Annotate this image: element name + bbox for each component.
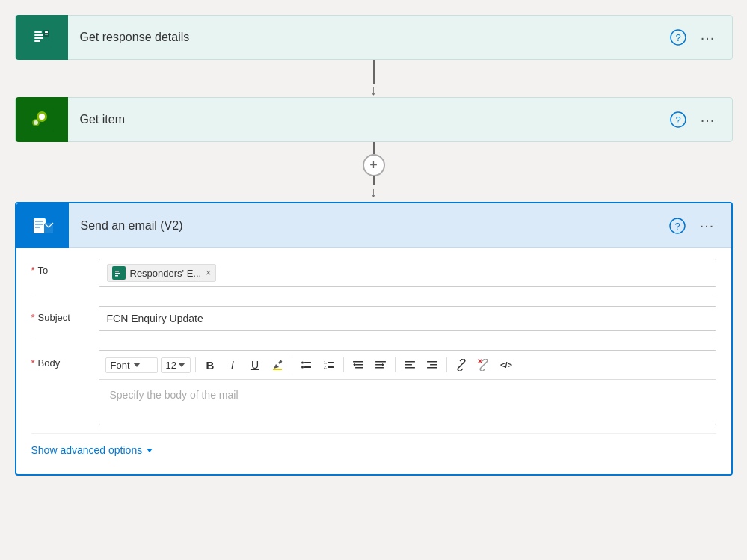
to-tag: Responders' E... ×	[107, 264, 217, 282]
connector-arrow-1: ↓	[370, 84, 377, 97]
bold-button[interactable]: B	[200, 355, 220, 375]
get-response-card: Get response details ? ···	[15, 15, 733, 60]
toolbar-separator-4	[395, 357, 396, 372]
svg-rect-39	[353, 361, 363, 363]
svg-rect-34	[304, 366, 311, 368]
svg-line-53	[459, 363, 463, 367]
svg-text:?: ?	[675, 32, 680, 43]
highlight-button[interactable]	[268, 355, 287, 375]
get-item-title: Get item	[68, 113, 668, 126]
svg-rect-36	[328, 362, 334, 363]
svg-rect-49	[405, 367, 415, 369]
show-advanced-options[interactable]: Show advanced options	[31, 434, 716, 459]
svg-rect-38	[328, 366, 334, 368]
sharepoint-icon	[16, 97, 68, 142]
forms-icon	[16, 15, 68, 60]
send-email-card: Send an email (V2) ? ··· *To	[15, 202, 733, 476]
indent-increase-button[interactable]	[371, 355, 390, 375]
svg-point-31	[301, 362, 304, 364]
to-input[interactable]: Responders' E... ×	[99, 259, 716, 287]
get-response-actions: ? ···	[668, 27, 732, 48]
align-right-button[interactable]	[422, 355, 442, 375]
send-email-actions: ? ···	[667, 215, 731, 236]
svg-rect-21	[35, 227, 40, 228]
svg-text:?: ?	[675, 114, 680, 126]
svg-point-33	[301, 366, 304, 369]
insert-link-button[interactable]	[452, 355, 471, 375]
font-chevron-icon	[133, 363, 141, 367]
body-label: *Body	[31, 350, 99, 369]
get-response-help-button[interactable]: ?	[668, 27, 689, 48]
to-label: *To	[31, 259, 99, 276]
toolbar-separator-2	[292, 357, 292, 372]
svg-rect-47	[405, 361, 415, 363]
svg-rect-3	[34, 37, 43, 39]
svg-rect-2	[34, 34, 45, 36]
get-item-more-button[interactable]: ···	[698, 109, 719, 130]
indent-decrease-button[interactable]	[348, 355, 368, 375]
subject-required: *	[31, 312, 35, 323]
svg-rect-50	[427, 361, 437, 363]
svg-rect-48	[405, 364, 412, 366]
body-required: *	[31, 357, 35, 369]
svg-line-54	[482, 363, 485, 367]
svg-rect-32	[304, 362, 311, 363]
plus-line-top	[373, 142, 375, 154]
svg-text:?: ?	[674, 221, 680, 232]
svg-rect-7	[45, 34, 48, 35]
numbered-button[interactable]: 1. 2.	[319, 355, 339, 375]
underline-button[interactable]: U	[245, 355, 265, 375]
font-size-selector[interactable]: 12	[161, 357, 191, 373]
code-button[interactable]: </>	[497, 355, 516, 375]
body-row: *Body Font 12	[31, 339, 716, 434]
advanced-options-chevron-icon	[147, 449, 153, 452]
font-size-chevron-icon	[178, 363, 185, 367]
svg-rect-20	[35, 224, 43, 225]
svg-point-14	[34, 120, 38, 125]
font-selector[interactable]: Font	[105, 357, 158, 373]
to-required: *	[31, 265, 35, 276]
svg-rect-43	[375, 361, 386, 363]
outlook-icon	[16, 203, 69, 248]
to-tag-label: Responders' E...	[130, 268, 202, 279]
subject-row: *Subject	[31, 295, 716, 339]
svg-rect-26	[115, 271, 119, 272]
subject-label: *Subject	[31, 306, 99, 323]
get-response-title: Get response details	[68, 31, 668, 44]
toolbar-separator-5	[446, 357, 447, 372]
svg-rect-41	[355, 367, 363, 369]
connector-arrow-2: ↓	[370, 185, 377, 199]
send-email-help-button[interactable]: ?	[667, 215, 688, 236]
to-field[interactable]: Responders' E... ×	[99, 259, 716, 287]
svg-marker-46	[382, 363, 384, 366]
svg-rect-27	[115, 273, 120, 274]
svg-rect-29	[278, 360, 283, 364]
align-left-button[interactable]	[400, 355, 419, 375]
svg-rect-4	[34, 40, 40, 42]
subject-field	[99, 306, 716, 331]
add-step-button[interactable]: +	[363, 154, 385, 176]
svg-rect-6	[45, 31, 48, 33]
to-tag-close-button[interactable]: ×	[206, 268, 211, 278]
subject-input[interactable]	[99, 306, 716, 331]
email-card-body: *To	[16, 248, 731, 474]
get-item-help-button[interactable]: ?	[668, 109, 689, 130]
italic-button[interactable]: I	[223, 355, 242, 375]
svg-rect-30	[273, 369, 282, 370]
svg-rect-1	[34, 31, 42, 33]
connector-plus: + ↓	[363, 142, 385, 202]
font-size-value: 12	[166, 360, 176, 371]
toolbar-separator-1	[195, 357, 196, 372]
bullets-button[interactable]	[297, 355, 316, 375]
body-placeholder[interactable]: Specify the body of the mail	[99, 380, 716, 425]
send-email-more-button[interactable]: ···	[697, 215, 718, 236]
svg-rect-19	[35, 221, 43, 222]
get-response-more-button[interactable]: ···	[698, 27, 719, 48]
remove-link-button[interactable]	[474, 355, 494, 375]
svg-rect-40	[355, 364, 363, 366]
body-editor: Font 12 B I	[99, 350, 716, 425]
font-label: Font	[111, 360, 130, 371]
get-item-actions: ? ···	[668, 109, 732, 130]
connector-line-1	[373, 60, 375, 84]
svg-rect-51	[430, 364, 437, 366]
